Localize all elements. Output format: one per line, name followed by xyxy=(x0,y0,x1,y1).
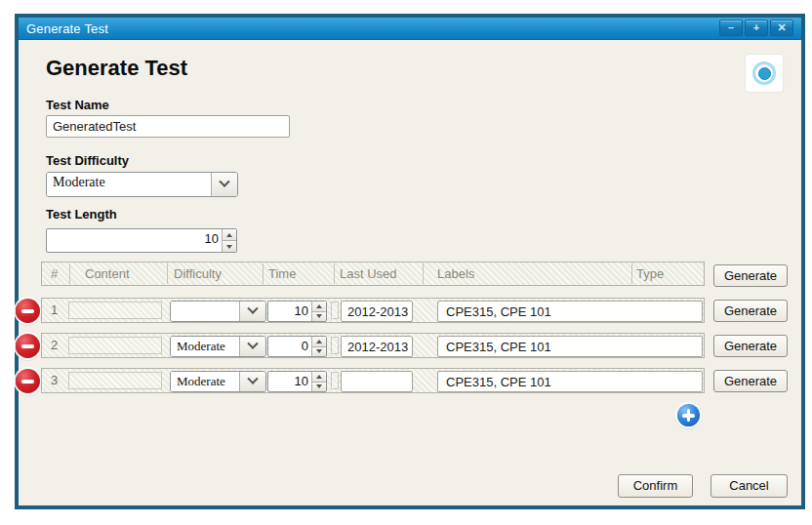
spinner-down-button[interactable] xyxy=(223,241,236,252)
chevron-down-icon xyxy=(247,339,258,349)
row-labels-field[interactable]: CPE315, CPE 101 xyxy=(437,301,703,322)
row-last-used-field[interactable]: 2012-2013 xyxy=(341,301,413,322)
row-labels-field[interactable]: CPE315, CPE 101 xyxy=(437,371,703,392)
column-separator xyxy=(423,263,424,284)
dropdown-arrow-button[interactable] xyxy=(239,337,265,356)
window-title: Generate Test xyxy=(19,21,108,36)
row-time-value[interactable]: 10 xyxy=(268,302,311,321)
row-last-used-field[interactable]: 2012-2013 xyxy=(341,336,413,357)
spinner-arrows xyxy=(311,302,326,321)
dropdown-arrow-button[interactable] xyxy=(211,173,237,196)
test-name-input[interactable]: GeneratedTest xyxy=(46,115,290,138)
spinner-down-button[interactable] xyxy=(312,383,326,392)
row-difficulty-dropdown[interactable] xyxy=(170,301,266,322)
spinner-up-button[interactable] xyxy=(312,372,326,383)
row-labels-field[interactable]: CPE315, CPE 101 xyxy=(437,336,703,357)
add-row-button[interactable] xyxy=(677,404,700,426)
column-separator xyxy=(334,263,335,284)
chevron-down-icon xyxy=(247,303,258,314)
generate-all-button[interactable]: Generate xyxy=(713,264,788,287)
content-cell[interactable] xyxy=(68,337,162,354)
spinner-arrows xyxy=(311,372,326,391)
row-number: 1 xyxy=(51,303,58,317)
arrow-down-icon xyxy=(316,384,322,388)
row-difficulty-value: Moderate xyxy=(171,337,239,356)
test-difficulty-value: Moderate xyxy=(47,173,211,196)
generate-test-window: Generate Test – + ✕ Generate Test Test N… xyxy=(15,14,805,509)
spinner-arrows xyxy=(222,229,236,252)
row-time-value[interactable]: 0 xyxy=(268,337,311,356)
test-difficulty-label: Test Difficulty xyxy=(46,153,129,168)
row-time-spinner[interactable]: 10 xyxy=(267,301,327,322)
row-difficulty-dropdown[interactable]: Moderate xyxy=(170,336,266,357)
spinner-up-button[interactable] xyxy=(312,302,326,312)
maximize-button[interactable]: + xyxy=(745,20,768,36)
remove-row-button[interactable] xyxy=(16,299,40,323)
col-header-last-used: Last Used xyxy=(340,266,397,281)
arrow-down-icon xyxy=(316,314,322,318)
spinner-up-button[interactable] xyxy=(312,337,326,347)
window-controls: – + ✕ xyxy=(719,20,793,36)
arrow-up-icon xyxy=(226,233,232,237)
spinner-down-button[interactable] xyxy=(312,312,326,322)
row-time-value[interactable]: 10 xyxy=(268,372,311,391)
close-button[interactable]: ✕ xyxy=(770,20,793,36)
column-separator xyxy=(631,263,632,284)
arrow-up-icon xyxy=(316,340,322,343)
row-last-used-field[interactable] xyxy=(341,371,413,392)
cancel-button[interactable]: Cancel xyxy=(710,474,788,498)
column-separator xyxy=(69,263,70,284)
chevron-down-icon xyxy=(219,177,229,187)
generate-row-button[interactable]: Generate xyxy=(713,335,788,357)
remove-row-button[interactable] xyxy=(16,334,40,358)
dropdown-arrow-button[interactable] xyxy=(239,302,265,321)
remove-minus-icon xyxy=(21,344,34,348)
minimize-button[interactable]: – xyxy=(719,20,743,36)
col-header-content: Content xyxy=(85,266,130,281)
type-cell xyxy=(331,372,339,389)
test-length-spinner[interactable]: 10 xyxy=(46,228,237,253)
row-number: 3 xyxy=(51,373,58,387)
generate-row-button[interactable]: Generate xyxy=(713,300,788,322)
spinner-down-button[interactable] xyxy=(312,347,326,357)
row-difficulty-value: Moderate xyxy=(171,372,239,391)
arrow-down-icon xyxy=(316,349,322,353)
column-separator xyxy=(167,263,168,284)
column-separator xyxy=(263,263,264,284)
test-difficulty-dropdown[interactable]: Moderate xyxy=(46,172,238,197)
arrow-up-icon xyxy=(316,375,322,379)
window-titlebar[interactable]: Generate Test – + ✕ xyxy=(19,18,801,40)
status-indicator xyxy=(746,55,783,92)
col-header-labels: Labels xyxy=(437,266,474,281)
table-row: 3 Moderate 10 CPE315, CPE 101 xyxy=(41,368,705,393)
remove-minus-icon xyxy=(21,309,34,313)
arrow-down-icon xyxy=(226,245,232,249)
type-cell xyxy=(331,302,339,319)
confirm-button[interactable]: Confirm xyxy=(618,474,693,498)
content-cell[interactable] xyxy=(68,302,162,319)
type-cell xyxy=(331,337,339,354)
question-table-header: # Content Difficulty Time Last Used Labe… xyxy=(41,262,705,286)
chevron-down-icon xyxy=(247,374,258,384)
spinner-arrows xyxy=(311,337,326,356)
row-time-spinner[interactable]: 10 xyxy=(267,371,327,392)
col-header-type: Type xyxy=(636,266,664,281)
row-difficulty-value xyxy=(171,302,239,321)
test-length-value[interactable]: 10 xyxy=(47,229,222,252)
blue-radio-dot-icon xyxy=(752,61,776,85)
page-title: Generate Test xyxy=(46,56,187,81)
generate-row-button[interactable]: Generate xyxy=(713,370,788,392)
table-row: 1 10 2012-2013 CPE315, CPE 101 xyxy=(41,298,705,323)
desktop-background: Generate Test – + ✕ Generate Test Test N… xyxy=(0,0,812,525)
col-header-difficulty: Difficulty xyxy=(174,266,222,281)
row-difficulty-dropdown[interactable]: Moderate xyxy=(170,371,266,392)
spinner-up-button[interactable] xyxy=(223,229,236,241)
dropdown-arrow-button[interactable] xyxy=(239,372,265,391)
row-time-spinner[interactable]: 0 xyxy=(267,336,327,357)
col-header-time: Time xyxy=(268,266,296,281)
content-cell[interactable] xyxy=(68,372,162,389)
remove-row-button[interactable] xyxy=(16,369,40,393)
test-name-label: Test Name xyxy=(46,98,109,112)
table-row: 2 Moderate 0 2012-2013 CPE315, CPE 101 xyxy=(41,333,705,358)
remove-minus-icon xyxy=(21,380,34,384)
